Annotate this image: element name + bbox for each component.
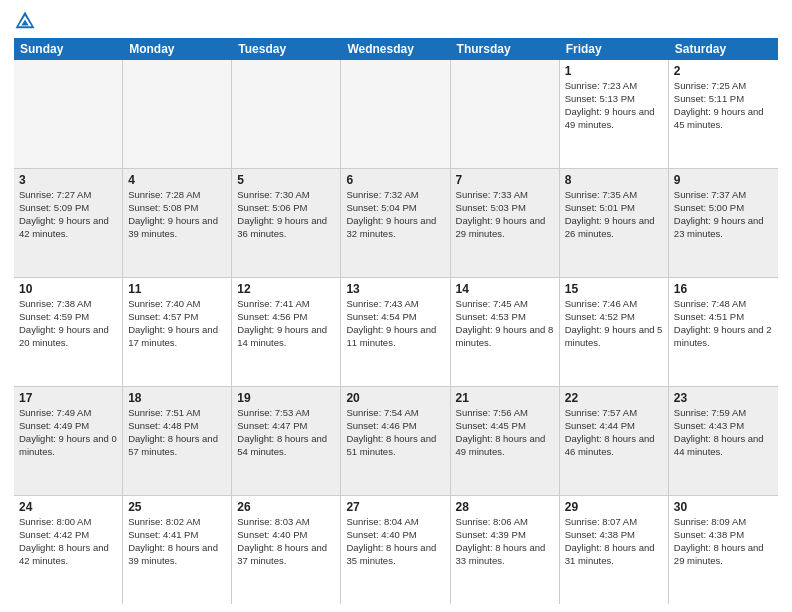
day-number: 16 — [674, 281, 773, 297]
header-day-friday: Friday — [560, 38, 669, 60]
day-info: Sunrise: 7:43 AM Sunset: 4:54 PM Dayligh… — [346, 298, 436, 347]
day-cell-7: 7Sunrise: 7:33 AM Sunset: 5:03 PM Daylig… — [451, 169, 560, 277]
header-day-tuesday: Tuesday — [232, 38, 341, 60]
day-info: Sunrise: 8:03 AM Sunset: 4:40 PM Dayligh… — [237, 516, 327, 565]
empty-cell — [123, 60, 232, 168]
day-cell-6: 6Sunrise: 7:32 AM Sunset: 5:04 PM Daylig… — [341, 169, 450, 277]
day-info: Sunrise: 7:38 AM Sunset: 4:59 PM Dayligh… — [19, 298, 109, 347]
day-info: Sunrise: 8:04 AM Sunset: 4:40 PM Dayligh… — [346, 516, 436, 565]
day-cell-19: 19Sunrise: 7:53 AM Sunset: 4:47 PM Dayli… — [232, 387, 341, 495]
header-day-wednesday: Wednesday — [341, 38, 450, 60]
calendar-row: 10Sunrise: 7:38 AM Sunset: 4:59 PM Dayli… — [14, 278, 778, 387]
day-info: Sunrise: 7:48 AM Sunset: 4:51 PM Dayligh… — [674, 298, 772, 347]
day-cell-22: 22Sunrise: 7:57 AM Sunset: 4:44 PM Dayli… — [560, 387, 669, 495]
page: SundayMondayTuesdayWednesdayThursdayFrid… — [0, 0, 792, 612]
calendar: SundayMondayTuesdayWednesdayThursdayFrid… — [14, 38, 778, 604]
day-number: 15 — [565, 281, 663, 297]
day-number: 10 — [19, 281, 117, 297]
day-cell-5: 5Sunrise: 7:30 AM Sunset: 5:06 PM Daylig… — [232, 169, 341, 277]
header-day-thursday: Thursday — [451, 38, 560, 60]
day-number: 6 — [346, 172, 444, 188]
day-number: 19 — [237, 390, 335, 406]
empty-cell — [232, 60, 341, 168]
day-info: Sunrise: 7:40 AM Sunset: 4:57 PM Dayligh… — [128, 298, 218, 347]
day-number: 13 — [346, 281, 444, 297]
day-number: 3 — [19, 172, 117, 188]
day-cell-9: 9Sunrise: 7:37 AM Sunset: 5:00 PM Daylig… — [669, 169, 778, 277]
header-day-sunday: Sunday — [14, 38, 123, 60]
logo — [14, 10, 40, 32]
day-cell-27: 27Sunrise: 8:04 AM Sunset: 4:40 PM Dayli… — [341, 496, 450, 604]
day-number: 25 — [128, 499, 226, 515]
day-info: Sunrise: 7:51 AM Sunset: 4:48 PM Dayligh… — [128, 407, 218, 456]
day-cell-15: 15Sunrise: 7:46 AM Sunset: 4:52 PM Dayli… — [560, 278, 669, 386]
day-cell-10: 10Sunrise: 7:38 AM Sunset: 4:59 PM Dayli… — [14, 278, 123, 386]
day-number: 28 — [456, 499, 554, 515]
day-cell-4: 4Sunrise: 7:28 AM Sunset: 5:08 PM Daylig… — [123, 169, 232, 277]
day-cell-26: 26Sunrise: 8:03 AM Sunset: 4:40 PM Dayli… — [232, 496, 341, 604]
logo-icon — [14, 10, 36, 32]
day-number: 22 — [565, 390, 663, 406]
header — [14, 10, 778, 32]
day-cell-18: 18Sunrise: 7:51 AM Sunset: 4:48 PM Dayli… — [123, 387, 232, 495]
day-number: 27 — [346, 499, 444, 515]
day-number: 11 — [128, 281, 226, 297]
day-cell-11: 11Sunrise: 7:40 AM Sunset: 4:57 PM Dayli… — [123, 278, 232, 386]
calendar-row: 3Sunrise: 7:27 AM Sunset: 5:09 PM Daylig… — [14, 169, 778, 278]
day-cell-24: 24Sunrise: 8:00 AM Sunset: 4:42 PM Dayli… — [14, 496, 123, 604]
day-info: Sunrise: 7:57 AM Sunset: 4:44 PM Dayligh… — [565, 407, 655, 456]
day-cell-20: 20Sunrise: 7:54 AM Sunset: 4:46 PM Dayli… — [341, 387, 450, 495]
calendar-body: 1Sunrise: 7:23 AM Sunset: 5:13 PM Daylig… — [14, 60, 778, 604]
day-info: Sunrise: 7:37 AM Sunset: 5:00 PM Dayligh… — [674, 189, 764, 238]
day-number: 20 — [346, 390, 444, 406]
header-day-saturday: Saturday — [669, 38, 778, 60]
day-number: 9 — [674, 172, 773, 188]
day-cell-2: 2Sunrise: 7:25 AM Sunset: 5:11 PM Daylig… — [669, 60, 778, 168]
header-day-monday: Monday — [123, 38, 232, 60]
day-info: Sunrise: 8:00 AM Sunset: 4:42 PM Dayligh… — [19, 516, 109, 565]
day-number: 14 — [456, 281, 554, 297]
day-number: 18 — [128, 390, 226, 406]
day-number: 5 — [237, 172, 335, 188]
day-info: Sunrise: 7:30 AM Sunset: 5:06 PM Dayligh… — [237, 189, 327, 238]
day-info: Sunrise: 7:41 AM Sunset: 4:56 PM Dayligh… — [237, 298, 327, 347]
day-cell-14: 14Sunrise: 7:45 AM Sunset: 4:53 PM Dayli… — [451, 278, 560, 386]
empty-cell — [14, 60, 123, 168]
day-info: Sunrise: 7:49 AM Sunset: 4:49 PM Dayligh… — [19, 407, 117, 456]
day-info: Sunrise: 7:53 AM Sunset: 4:47 PM Dayligh… — [237, 407, 327, 456]
day-number: 2 — [674, 63, 773, 79]
day-number: 24 — [19, 499, 117, 515]
day-info: Sunrise: 7:56 AM Sunset: 4:45 PM Dayligh… — [456, 407, 546, 456]
day-cell-8: 8Sunrise: 7:35 AM Sunset: 5:01 PM Daylig… — [560, 169, 669, 277]
day-info: Sunrise: 7:27 AM Sunset: 5:09 PM Dayligh… — [19, 189, 109, 238]
day-cell-21: 21Sunrise: 7:56 AM Sunset: 4:45 PM Dayli… — [451, 387, 560, 495]
day-info: Sunrise: 7:32 AM Sunset: 5:04 PM Dayligh… — [346, 189, 436, 238]
day-info: Sunrise: 7:35 AM Sunset: 5:01 PM Dayligh… — [565, 189, 655, 238]
calendar-row: 17Sunrise: 7:49 AM Sunset: 4:49 PM Dayli… — [14, 387, 778, 496]
day-info: Sunrise: 7:33 AM Sunset: 5:03 PM Dayligh… — [456, 189, 546, 238]
day-number: 7 — [456, 172, 554, 188]
day-cell-1: 1Sunrise: 7:23 AM Sunset: 5:13 PM Daylig… — [560, 60, 669, 168]
day-info: Sunrise: 8:06 AM Sunset: 4:39 PM Dayligh… — [456, 516, 546, 565]
day-cell-25: 25Sunrise: 8:02 AM Sunset: 4:41 PM Dayli… — [123, 496, 232, 604]
empty-cell — [341, 60, 450, 168]
empty-cell — [451, 60, 560, 168]
day-number: 21 — [456, 390, 554, 406]
day-cell-17: 17Sunrise: 7:49 AM Sunset: 4:49 PM Dayli… — [14, 387, 123, 495]
day-cell-12: 12Sunrise: 7:41 AM Sunset: 4:56 PM Dayli… — [232, 278, 341, 386]
day-info: Sunrise: 7:28 AM Sunset: 5:08 PM Dayligh… — [128, 189, 218, 238]
day-number: 8 — [565, 172, 663, 188]
day-number: 17 — [19, 390, 117, 406]
day-info: Sunrise: 7:23 AM Sunset: 5:13 PM Dayligh… — [565, 80, 655, 129]
day-number: 23 — [674, 390, 773, 406]
day-info: Sunrise: 8:07 AM Sunset: 4:38 PM Dayligh… — [565, 516, 655, 565]
day-cell-13: 13Sunrise: 7:43 AM Sunset: 4:54 PM Dayli… — [341, 278, 450, 386]
day-number: 12 — [237, 281, 335, 297]
calendar-row: 1Sunrise: 7:23 AM Sunset: 5:13 PM Daylig… — [14, 60, 778, 169]
day-info: Sunrise: 7:59 AM Sunset: 4:43 PM Dayligh… — [674, 407, 764, 456]
day-cell-23: 23Sunrise: 7:59 AM Sunset: 4:43 PM Dayli… — [669, 387, 778, 495]
day-number: 29 — [565, 499, 663, 515]
day-cell-16: 16Sunrise: 7:48 AM Sunset: 4:51 PM Dayli… — [669, 278, 778, 386]
day-info: Sunrise: 7:45 AM Sunset: 4:53 PM Dayligh… — [456, 298, 554, 347]
day-number: 1 — [565, 63, 663, 79]
